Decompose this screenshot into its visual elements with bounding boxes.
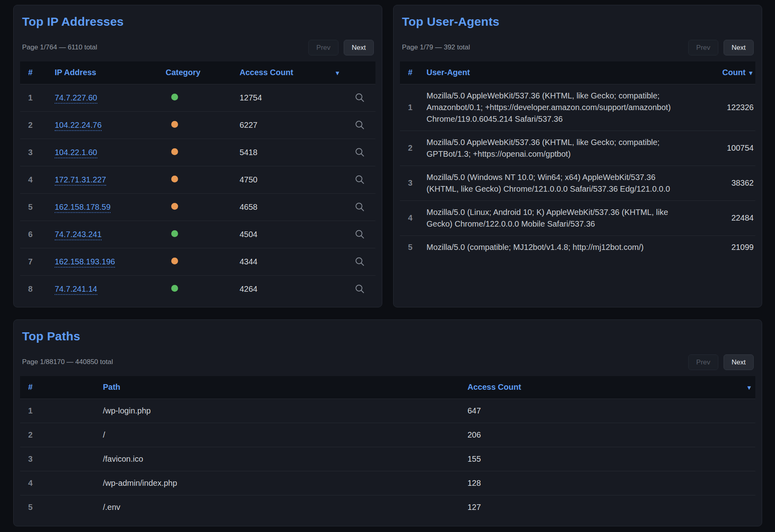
table-row: 2 104.22.24.76 6227 (20, 111, 375, 139)
ip-col-category: Category (166, 61, 240, 84)
ua-prev-button[interactable]: Prev (688, 40, 718, 55)
ip-address-link[interactable]: 74.7.241.14 (55, 284, 97, 295)
user-agent-string: Mozilla/5.0 AppleWebKit/537.36 (KHTML, l… (426, 138, 660, 158)
table-row: 1 Mozilla/5.0 AppleWebKit/537.36 (KHTML,… (400, 84, 755, 131)
row-rank: 3 (28, 148, 33, 157)
row-rank: 2 (28, 121, 33, 129)
access-count: 128 (467, 479, 481, 487)
access-count: 4750 (240, 175, 258, 184)
ip-next-button[interactable]: Next (344, 40, 374, 55)
ip-address-link[interactable]: 162.158.193.196 (55, 257, 115, 268)
user-agent-string: Mozilla/5.0 (compatible; MJ12bot/v1.4.8;… (426, 243, 644, 252)
inspect-ip-button[interactable] (353, 227, 367, 241)
ip-address-link[interactable]: 74.7.227.60 (55, 93, 97, 104)
sort-desc-icon: ▼ (746, 384, 752, 391)
row-rank: 1 (408, 103, 412, 112)
access-count: 4344 (240, 257, 258, 266)
inspect-ip-button[interactable] (353, 255, 367, 268)
ip-address-link[interactable]: 162.158.178.59 (55, 203, 111, 213)
table-row: 5 Mozilla/5.0 (compatible; MJ12bot/v1.4.… (400, 235, 755, 259)
ip-col-access-count[interactable]: Access Count (240, 61, 334, 84)
inspect-ip-button[interactable] (353, 145, 367, 159)
path-value: /.env (103, 503, 120, 512)
row-rank: 3 (408, 178, 412, 187)
table-row: 3 Mozilla/5.0 (Windows NT 10.0; Win64; x… (400, 166, 755, 201)
paths-prev-button[interactable]: Prev (688, 354, 718, 370)
page-title: Top IP Addresses (22, 15, 375, 29)
ua-next-button[interactable]: Next (724, 40, 754, 55)
magnifier-icon (355, 120, 365, 130)
row-rank: 3 (28, 454, 33, 463)
table-row: 6 74.7.243.241 4504 (20, 221, 375, 248)
user-agent-string: Mozilla/5.0 AppleWebKit/537.36 (KHTML, l… (426, 91, 671, 123)
magnifier-icon (355, 174, 365, 185)
paths-next-button[interactable]: Next (724, 354, 754, 370)
magnifier-icon (355, 202, 365, 212)
category-status-dot (171, 121, 178, 128)
page-title: Top Paths (22, 329, 755, 343)
path-value: / (103, 430, 105, 439)
row-rank: 5 (28, 203, 33, 211)
paths-table: # Path Access Count ▼ 1 /wp-login.php 64… (20, 376, 755, 519)
access-count: 155 (467, 454, 481, 463)
ip-address-link[interactable]: 104.22.24.76 (55, 121, 102, 131)
ip-address-link[interactable]: 74.7.243.241 (55, 230, 102, 240)
page-title: Top User-Agents (402, 15, 755, 29)
inspect-ip-button[interactable] (353, 173, 367, 186)
paths-table-header-row: # Path Access Count ▼ (20, 376, 755, 399)
table-row: 8 74.7.241.14 4264 (20, 275, 375, 303)
category-status-dot (171, 258, 178, 264)
table-row: 3 /favicon.ico 155 (20, 447, 755, 471)
category-status-dot (171, 94, 178, 100)
access-count: 12754 (240, 93, 262, 102)
paths-col-access-count[interactable]: Access Count (467, 376, 737, 399)
inspect-ip-button[interactable] (353, 91, 367, 104)
table-row: 4 Mozilla/5.0 (Linux; Android 10; K) App… (400, 201, 755, 235)
table-row: 7 162.158.193.196 4344 (20, 248, 375, 275)
category-status-dot (171, 203, 178, 210)
ip-prev-button[interactable]: Prev (308, 40, 338, 55)
table-row: 2 Mozilla/5.0 AppleWebKit/537.36 (KHTML,… (400, 131, 755, 166)
table-row: 5 162.158.178.59 4658 (20, 193, 375, 221)
row-rank: 6 (28, 230, 33, 239)
magnifier-icon (355, 147, 365, 158)
ua-table-header-row: # User-Agent Count ▼ (400, 61, 755, 84)
access-count: 647 (467, 406, 481, 415)
user-agent-table: # User-Agent Count ▼ 1 Mozilla/5.0 Apple… (400, 61, 755, 259)
path-value: /wp-login.php (103, 406, 151, 415)
category-status-dot (171, 230, 178, 237)
table-row: 1 74.7.227.60 12754 (20, 84, 375, 111)
access-count: 4658 (240, 203, 258, 211)
ua-col-rank: # (400, 61, 426, 84)
row-rank: 4 (28, 479, 33, 487)
access-count: 5418 (240, 148, 258, 157)
ua-col-count[interactable]: Count ▼ (703, 61, 755, 84)
category-status-dot (171, 176, 178, 182)
ua-count: 100754 (727, 143, 754, 152)
path-value: /favicon.ico (103, 454, 143, 463)
row-rank: 2 (408, 143, 412, 152)
access-count: 6227 (240, 121, 258, 129)
category-status-dot (171, 148, 178, 155)
row-rank: 7 (28, 257, 33, 266)
row-rank: 5 (408, 243, 412, 252)
top-paths-panel: Top Paths Page 1/88170 — 440850 total Pr… (13, 319, 762, 526)
ip-table: # IP Address Category Access Count ▼ 1 7… (20, 61, 375, 303)
inspect-ip-button[interactable] (353, 282, 367, 296)
inspect-ip-button[interactable] (353, 200, 367, 214)
table-row: 4 172.71.31.227 4750 (20, 166, 375, 193)
table-row: 5 /.env 127 (20, 495, 755, 519)
ip-address-link[interactable]: 104.22.1.60 (55, 148, 97, 158)
row-rank: 8 (28, 284, 33, 293)
user-agent-string: Mozilla/5.0 (Linux; Android 10; K) Apple… (426, 208, 668, 228)
ua-count: 38362 (731, 178, 754, 187)
inspect-ip-button[interactable] (353, 118, 367, 132)
path-value: /wp-admin/index.php (103, 479, 177, 487)
access-count: 127 (467, 503, 481, 512)
access-count: 206 (467, 430, 481, 439)
table-row: 4 /wp-admin/index.php 128 (20, 471, 755, 495)
table-row: 2 / 206 (20, 423, 755, 447)
magnifier-icon (355, 256, 365, 267)
ip-address-link[interactable]: 172.71.31.227 (55, 175, 106, 186)
ip-col-ip-address: IP Address (55, 61, 166, 84)
